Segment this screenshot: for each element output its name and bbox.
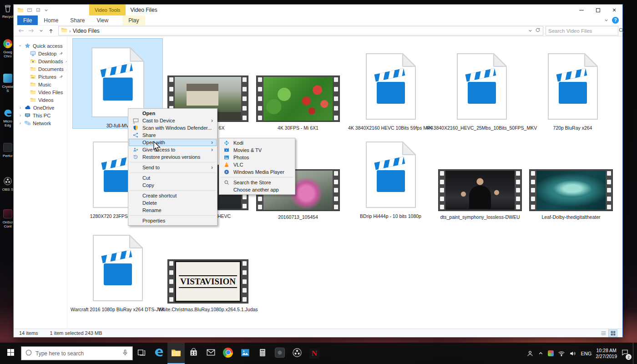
menu-item-photos[interactable]: Photos [220, 154, 294, 161]
desktop-icon-microsoft-edge[interactable]: Micro Edg [1, 107, 15, 127]
people-icon[interactable] [526, 350, 534, 357]
sidebar-item-onedrive[interactable]: › OneDrive [14, 104, 67, 111]
desktop-icon-recycle-bin[interactable]: Recycl [1, 3, 15, 19]
search-icon[interactable] [618, 27, 624, 35]
file-item[interactable]: BDrip Hi444p - 10 bits 1080p [346, 136, 435, 219]
sidebar-item-documents[interactable]: Documents [14, 65, 67, 73]
menu-item-create-shortcut[interactable]: Create shortcut [129, 192, 217, 199]
menu-item-choose-another-app[interactable]: Choose another app [220, 186, 294, 193]
qat-button[interactable] [27, 7, 32, 13]
taskbar-app-calculator[interactable] [254, 343, 271, 364]
menu-item-properties[interactable]: Properties [129, 217, 217, 224]
qat-button[interactable] [35, 7, 41, 13]
taskbar-app-settings[interactable] [271, 343, 288, 364]
search-box[interactable] [546, 26, 618, 35]
file-item[interactable]: Warcraft 2016 1080p BluRay x264 DTS-JYK [73, 230, 162, 312]
expand-ribbon-chevron-icon[interactable] [604, 17, 608, 24]
taskbar-app-edge[interactable] [150, 343, 167, 364]
taskbar-search-input[interactable] [35, 350, 118, 357]
ribbon-tab-play[interactable]: Play [122, 15, 145, 25]
menu-item-restore-previous-versions[interactable]: Restore previous versions [129, 153, 217, 161]
menu-item-cut[interactable]: Cut [129, 174, 217, 182]
file-item[interactable]: dts_paint_symphony_lossless-DWEU [438, 136, 522, 220]
file-item[interactable]: 720p BluRay x264 [528, 41, 617, 131]
taskbar-app-mail[interactable] [202, 343, 219, 364]
ribbon-tab-share[interactable]: Share [64, 15, 91, 25]
menu-item-send-to[interactable]: Send to› [129, 164, 217, 171]
volume-icon[interactable] [569, 350, 576, 357]
taskbar-app-obs-studio[interactable] [288, 343, 306, 364]
taskbar-app-microsoft-store[interactable] [185, 343, 202, 364]
menu-item-movies-tv[interactable]: Movies & TV [220, 147, 294, 154]
menu-item-share[interactable]: Share [129, 131, 217, 139]
taskbar-app-chrome[interactable] [219, 343, 237, 364]
microphone-icon[interactable] [121, 349, 129, 358]
menu-item-windows-media-player[interactable]: Windows Media Player [220, 168, 294, 176]
sidebar-item-music[interactable]: Music [14, 81, 67, 88]
search-input[interactable] [548, 28, 618, 34]
menu-item-copy[interactable]: Copy [129, 182, 217, 189]
taskbar-search[interactable] [21, 346, 133, 360]
details-view-button[interactable] [599, 330, 607, 337]
show-desktop-button[interactable] [633, 343, 635, 364]
forward-button[interactable] [26, 26, 36, 35]
ribbon-tab-view[interactable]: View [91, 15, 114, 25]
desktop-icon-performance[interactable]: Perfor [1, 142, 15, 158]
ribbon-tab-file[interactable]: File [17, 15, 38, 25]
file-item[interactable]: 4K 3840X2160_HEVC_25Mbs_10Bits_50FPS_MKV [437, 41, 526, 131]
address-bar[interactable]: › Video Files [58, 26, 543, 35]
menu-item-search-the-store[interactable]: Search the Store [220, 179, 294, 186]
qat-customize-chevron-icon[interactable] [44, 8, 48, 12]
file-item[interactable]: Leaf-Dolby-thedigitaltheater [529, 136, 613, 220]
menu-item-open-with[interactable]: Open with› [129, 139, 217, 146]
recent-locations-chevron-icon[interactable] [36, 26, 46, 35]
file-label: BDrip Hi444p - 10 bits 1080p [360, 213, 421, 219]
minimize-button[interactable] [573, 5, 590, 15]
sidebar-item-quick-access[interactable]: › Quick access [14, 42, 67, 50]
start-button[interactable] [0, 343, 21, 364]
menu-item-cast-to-device[interactable]: Cast to Device› [129, 117, 217, 124]
address-dropdown-chevron-icon[interactable] [528, 28, 532, 34]
ribbon-tab-home[interactable]: Home [38, 15, 64, 25]
taskbar-app-netflix[interactable]: N [306, 343, 323, 364]
desktop-icon-crystaldisk[interactable]: Crystal S [1, 73, 15, 93]
task-view-button[interactable] [133, 343, 150, 364]
file-item[interactable]: VISTAVISION White.Christmas.BluRay.1080p… [167, 230, 248, 312]
file-item[interactable]: 4K 30FPS - Mi 6X1 [256, 41, 340, 131]
back-button[interactable] [16, 26, 26, 35]
network-icon[interactable] [558, 350, 565, 357]
desktop-icon-google-chrome[interactable]: Goog Chro [1, 38, 15, 58]
sidebar-item-this-pc[interactable]: › This PC [14, 111, 67, 119]
sidebar-item-network[interactable]: › Network [14, 119, 67, 127]
desktop-icon-obs[interactable]: OBS S [1, 176, 15, 192]
sidebar-item-downloads[interactable]: Downloads [14, 57, 67, 65]
taskbar-app-photos[interactable] [237, 343, 254, 364]
menu-item-kodi[interactable]: Kodi [220, 139, 294, 147]
close-button[interactable]: × [606, 5, 622, 15]
sidebar-item-video-files[interactable]: Video Files [14, 88, 67, 96]
menu-item-open[interactable]: Open [129, 110, 217, 117]
menu-item-vlc[interactable]: VLC [220, 161, 294, 168]
sidebar-item-pictures[interactable]: Pictures [14, 73, 67, 81]
taskbar-app-file-explorer[interactable] [167, 343, 185, 364]
menu-item-scan-with-windows-defender[interactable]: Scan with Windows Defender... [129, 124, 217, 131]
action-center-button[interactable]: 2 [621, 349, 629, 358]
clock[interactable]: 10:28 AM 2/27/2019 [596, 348, 617, 359]
maximize-button[interactable] [590, 5, 606, 15]
time: 10:28 AM [596, 348, 616, 353]
language-indicator[interactable]: ENG [581, 351, 592, 356]
menu-item-delete[interactable]: Delete [129, 199, 217, 207]
up-button[interactable] [46, 26, 56, 35]
refresh-icon[interactable] [535, 27, 541, 34]
large-icons-view-button[interactable] [609, 330, 617, 337]
desktop-icon-onscreen-control[interactable]: OnScr Cont [1, 208, 15, 228]
gpu-tray-icon[interactable] [548, 350, 554, 356]
file-item[interactable]: 4K 3840X2160 HEVC 10Bits 59fps MP4 [346, 41, 435, 131]
menu-item-rename[interactable]: Rename [129, 207, 217, 214]
tray-chevron-up-icon[interactable] [538, 350, 544, 356]
help-button[interactable]: ? [612, 17, 619, 24]
breadcrumb[interactable]: Video Files [73, 28, 100, 34]
sidebar-item-desktop[interactable]: Desktop [14, 50, 67, 57]
sidebar-item-videos[interactable]: Videos [14, 96, 67, 104]
menu-item-give-access-to[interactable]: Give access to› [129, 146, 217, 153]
